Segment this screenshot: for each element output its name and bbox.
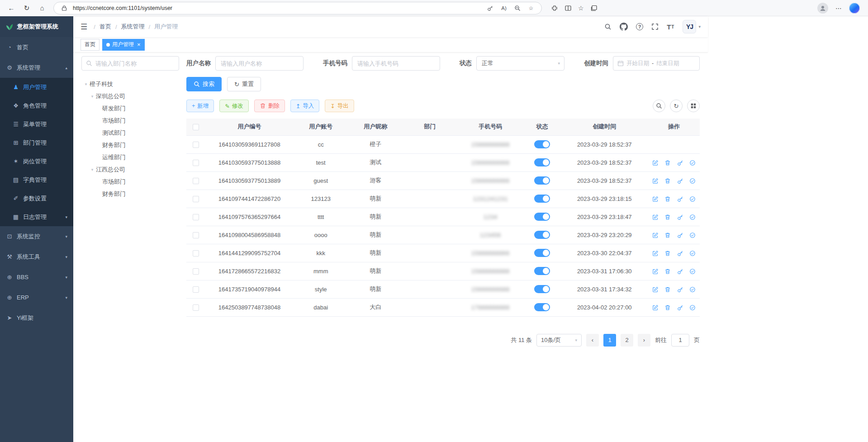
- phone-input[interactable]: [352, 56, 440, 71]
- sidebar-item-post-mgmt[interactable]: ✶ 岗位管理: [0, 152, 73, 171]
- tree-node[interactable]: 市场部门: [81, 176, 179, 188]
- delete-icon[interactable]: [664, 304, 671, 311]
- row-checkbox[interactable]: [193, 250, 199, 257]
- delete-button[interactable]: 删除: [254, 100, 285, 112]
- edit-icon[interactable]: [652, 178, 659, 184]
- username-input[interactable]: [215, 56, 304, 71]
- sidebar-item-bbs[interactable]: ⊕ BBS ▾: [0, 267, 73, 287]
- delete-icon[interactable]: [664, 196, 671, 202]
- github-icon[interactable]: [620, 23, 628, 31]
- browser-refresh-button[interactable]: ↻: [20, 2, 33, 14]
- status-toggle[interactable]: [534, 267, 550, 275]
- modify-button[interactable]: ✎ 修改: [219, 100, 248, 112]
- delete-icon[interactable]: [664, 250, 671, 257]
- sidebar-item-param-settings[interactable]: ✐ 参数设置: [0, 189, 73, 208]
- import-button[interactable]: ↥ 导入: [290, 100, 319, 112]
- department-search-input[interactable]: [95, 60, 175, 67]
- row-checkbox[interactable]: [193, 196, 199, 202]
- tab-user-management[interactable]: 用户管理 ×: [102, 39, 145, 51]
- toggle-search-button[interactable]: [653, 100, 665, 112]
- font-size-icon[interactable]: TT: [667, 23, 674, 31]
- page-number-button[interactable]: 2: [621, 334, 633, 347]
- breadcrumb-item[interactable]: / 首页: [94, 23, 111, 31]
- refresh-table-button[interactable]: ↻: [670, 100, 683, 112]
- tree-node[interactable]: 测试部门: [81, 127, 179, 139]
- sidebar-item-erp[interactable]: ⊕ ERP ▾: [0, 287, 73, 308]
- help-icon[interactable]: ?: [636, 23, 643, 30]
- address-bar[interactable]: https://ccnetcore.com:1101/system/user A…: [53, 2, 542, 14]
- sidebar-item-menu-mgmt[interactable]: ☰ 菜单管理: [0, 115, 73, 133]
- assign-role-icon[interactable]: [689, 178, 696, 184]
- assign-role-icon[interactable]: [689, 196, 696, 202]
- reset-password-icon[interactable]: [677, 178, 683, 184]
- delete-icon[interactable]: [664, 178, 671, 184]
- status-toggle[interactable]: [534, 249, 550, 257]
- export-button[interactable]: ↧ 导出: [325, 100, 354, 112]
- zoom-icon[interactable]: [512, 3, 522, 13]
- sidebar-item-role-mgmt[interactable]: ❖ 角色管理: [0, 96, 73, 115]
- edit-icon[interactable]: [652, 196, 659, 202]
- tree-node[interactable]: 财务部门: [81, 139, 179, 151]
- delete-icon[interactable]: [664, 286, 671, 293]
- sidebar-item-dict-mgmt[interactable]: ▤ 字典管理: [0, 171, 73, 189]
- status-toggle[interactable]: [534, 140, 550, 148]
- password-key-icon[interactable]: [485, 3, 495, 13]
- browser-more-icon[interactable]: ⋯: [835, 5, 842, 12]
- tree-node[interactable]: 运维部门: [81, 151, 179, 163]
- extensions-icon[interactable]: [551, 5, 558, 12]
- row-checkbox[interactable]: [193, 142, 199, 148]
- status-toggle[interactable]: [534, 158, 550, 166]
- reset-password-icon[interactable]: [677, 214, 683, 220]
- assign-role-icon[interactable]: [689, 304, 696, 311]
- sidebar-item-system-monitor[interactable]: ⊡ 系统监控 ▾: [0, 226, 73, 247]
- user-avatar-menu[interactable]: YJ ▾: [683, 20, 701, 33]
- sidebar-item-system-tools[interactable]: ⚒ 系统工具 ▾: [0, 247, 73, 267]
- next-page-button[interactable]: ›: [638, 334, 650, 347]
- sidebar-item-system-mgmt[interactable]: ⚙ 系统管理 ▴: [0, 57, 73, 78]
- row-checkbox[interactable]: [193, 304, 199, 311]
- tab-home[interactable]: 首页: [81, 39, 100, 51]
- tree-node[interactable]: ▾ 橙子科技: [81, 78, 179, 90]
- favorites-bar-icon[interactable]: ☆: [578, 5, 584, 12]
- status-toggle[interactable]: [534, 303, 550, 311]
- edit-icon[interactable]: [652, 160, 659, 166]
- row-checkbox[interactable]: [193, 178, 199, 184]
- status-toggle[interactable]: [534, 213, 550, 221]
- copilot-icon[interactable]: [849, 3, 860, 14]
- assign-role-icon[interactable]: [689, 160, 696, 166]
- delete-icon[interactable]: [664, 160, 671, 166]
- page-number-button[interactable]: 1: [603, 334, 616, 347]
- close-icon[interactable]: ×: [137, 42, 141, 48]
- status-toggle[interactable]: [534, 195, 550, 203]
- select-all-checkbox[interactable]: [193, 124, 199, 130]
- row-checkbox[interactable]: [193, 268, 199, 275]
- reset-password-icon[interactable]: [677, 232, 683, 238]
- search-button[interactable]: 搜索: [186, 77, 222, 91]
- reset-password-icon[interactable]: [677, 268, 683, 275]
- edit-icon[interactable]: [652, 214, 659, 220]
- row-checkbox[interactable]: [193, 160, 199, 166]
- reset-password-icon[interactable]: [677, 250, 683, 257]
- sidebar-item-home[interactable]: ◔ 首页: [0, 37, 73, 57]
- reset-password-icon[interactable]: [677, 196, 683, 202]
- browser-back-button[interactable]: ←: [5, 2, 18, 14]
- row-checkbox[interactable]: [193, 286, 199, 293]
- row-checkbox[interactable]: [193, 214, 199, 220]
- add-button[interactable]: + 新增: [186, 100, 214, 112]
- assign-role-icon[interactable]: [689, 214, 696, 220]
- reset-button[interactable]: ↻ 重置: [227, 77, 261, 91]
- delete-icon[interactable]: [664, 268, 671, 275]
- status-toggle[interactable]: [534, 285, 550, 293]
- tree-node[interactable]: 财务部门: [81, 188, 179, 200]
- assign-role-icon[interactable]: [689, 286, 696, 293]
- assign-role-icon[interactable]: [689, 232, 696, 238]
- search-icon[interactable]: [604, 23, 612, 30]
- read-aloud-icon[interactable]: A): [499, 3, 509, 13]
- edit-icon[interactable]: [652, 304, 659, 311]
- sidebar-item-user-mgmt[interactable]: ♟ 用户管理: [0, 78, 73, 96]
- column-settings-button[interactable]: [687, 100, 700, 112]
- fullscreen-icon[interactable]: [651, 23, 659, 30]
- add-favorite-icon[interactable]: ☆: [526, 3, 536, 13]
- browser-profile-avatar[interactable]: [817, 3, 828, 14]
- prev-page-button[interactable]: ‹: [586, 334, 599, 347]
